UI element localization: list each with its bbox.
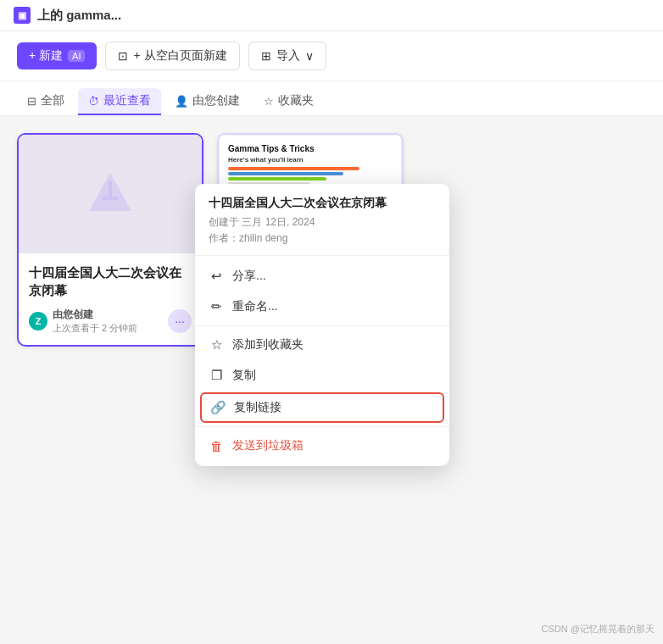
context-menu-items: ↩ 分享... ✏ 重命名... ☆ 添加到收藏夹 ❐ 复制 🔗 复制链接	[195, 256, 449, 466]
tab-all[interactable]: ⊟ 全部	[17, 88, 75, 115]
tips-preview-title: Gamma Tips & Tricks	[228, 144, 393, 153]
blank-page-button[interactable]: ⊡ + 从空白页面新建	[105, 42, 239, 70]
tips-preview-subtitle: Here's what you'll learn	[228, 156, 393, 164]
logo-icon: ▣	[14, 7, 31, 24]
import-arrow-icon: ∨	[305, 49, 314, 63]
context-menu-doc-title: 十四届全国人大二次会议在京闭幕	[209, 196, 436, 211]
card-1-thumbnail	[19, 135, 202, 253]
card-1-author-info: 由您创建 上次查看于 2 分钟前	[53, 308, 137, 335]
menu-item-duplicate[interactable]: ❐ 复制	[195, 360, 449, 391]
new-button-label: + 新建	[29, 48, 63, 64]
menu-favorite-label: 添加到收藏夹	[232, 337, 304, 353]
context-menu: 十四届全国人大二次会议在京闭幕 创建于 三月 12日, 2024 作者：zhil…	[195, 184, 449, 466]
context-menu-author: 作者：zhilin deng	[209, 230, 436, 247]
copy-link-icon: 🔗	[210, 400, 226, 415]
content-area: 十四届全国人大二次会议在京闭幕 Z 由您创建 上次查看于 2 分钟前 ··· G…	[0, 116, 663, 364]
tab-recent-label: 最近查看	[103, 93, 151, 108]
tab-created-icon: 👤	[175, 95, 188, 108]
menu-divider-2	[195, 426, 449, 427]
blank-button-label: + 从空白页面新建	[133, 48, 226, 64]
tab-recent-icon: ⏱	[88, 95, 99, 108]
menu-share-label: 分享...	[232, 269, 266, 284]
tab-favorites-label: 收藏夹	[278, 93, 314, 108]
menu-copy-link-label: 复制链接	[234, 400, 281, 415]
logo-area: ▣ 上的 gamma...	[14, 7, 121, 24]
tabs-bar: ⊟ 全部 ⏱ 最近查看 👤 由您创建 ☆ 收藏夹	[0, 81, 663, 116]
menu-item-favorite[interactable]: ☆ 添加到收藏夹	[195, 330, 449, 360]
logo-text: 上的 gamma...	[37, 8, 121, 24]
card-1-body: 十四届全国人大二次会议在京闭幕 Z 由您创建 上次查看于 2 分钟前 ···	[19, 253, 202, 345]
rename-icon: ✏	[209, 299, 224, 314]
tab-favorites[interactable]: ☆ 收藏夹	[254, 88, 324, 115]
card-1-avatar: Z	[29, 312, 47, 330]
menu-trash-label: 发送到垃圾箱	[232, 438, 304, 453]
duplicate-icon: ❐	[209, 368, 224, 383]
context-menu-created: 创建于 三月 12日, 2024	[209, 214, 436, 230]
share-icon: ↩	[209, 269, 224, 284]
card-1-author-label: 由您创建	[53, 308, 137, 322]
tab-all-icon: ⊟	[27, 95, 36, 108]
top-bar: ▣ 上的 gamma...	[0, 0, 663, 31]
tab-created-label: 由您创建	[192, 93, 240, 108]
tips-line-3	[228, 177, 326, 180]
menu-item-copy-link[interactable]: 🔗 复制链接	[200, 392, 444, 423]
toolbar: + 新建 AI ⊡ + 从空白页面新建 ⊞ 导入 ∨	[0, 31, 663, 81]
card-1-footer: Z 由您创建 上次查看于 2 分钟前 ···	[29, 308, 192, 335]
card-1-author: Z 由您创建 上次查看于 2 分钟前	[29, 308, 137, 335]
import-icon: ⊞	[261, 49, 271, 63]
new-button[interactable]: + 新建 AI	[17, 42, 97, 69]
favorite-icon: ☆	[209, 337, 224, 353]
context-menu-header: 十四届全国人大二次会议在京闭幕 创建于 三月 12日, 2024 作者：zhil…	[195, 184, 449, 256]
menu-item-rename[interactable]: ✏ 重命名...	[195, 291, 449, 322]
card-1-time: 上次查看于 2 分钟前	[53, 323, 137, 333]
tips-line-1	[228, 167, 359, 170]
menu-item-share[interactable]: ↩ 分享...	[195, 261, 449, 291]
import-button[interactable]: ⊞ 导入 ∨	[248, 42, 326, 70]
watermark: CSDN @记忆摇晃着的那天	[542, 623, 655, 636]
menu-divider-1	[195, 325, 449, 326]
blank-icon: ⊡	[118, 49, 128, 63]
card-1-title: 十四届全国人大二次会议在京闭幕	[29, 264, 192, 299]
tips-line-2	[228, 172, 343, 175]
tab-recent[interactable]: ⏱ 最近查看	[78, 88, 161, 115]
trash-icon: 🗑	[209, 439, 224, 453]
ai-badge: AI	[68, 50, 85, 62]
tab-favorites-icon: ☆	[264, 95, 274, 108]
menu-rename-label: 重命名...	[232, 299, 278, 314]
card-1-more-button[interactable]: ···	[168, 309, 192, 333]
menu-item-trash[interactable]: 🗑 发送到垃圾箱	[195, 430, 449, 461]
tab-created[interactable]: 👤 由您创建	[164, 88, 250, 115]
import-button-label: 导入	[276, 48, 300, 64]
card-1[interactable]: 十四届全国人大二次会议在京闭幕 Z 由您创建 上次查看于 2 分钟前 ···	[17, 133, 203, 347]
menu-duplicate-label: 复制	[232, 368, 256, 383]
tab-all-label: 全部	[41, 93, 64, 108]
